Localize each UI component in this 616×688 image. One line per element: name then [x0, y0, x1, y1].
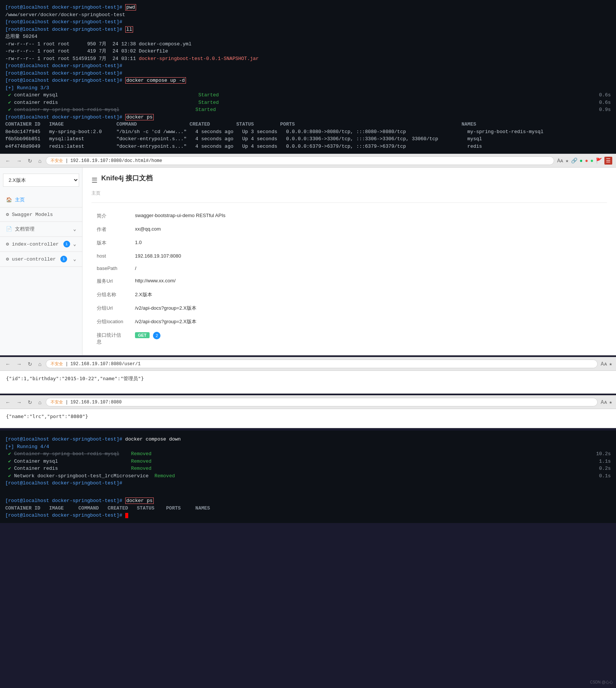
browser-icons-3: Aᴀ ★: [601, 399, 612, 405]
label-version: 版本: [92, 237, 130, 249]
models-icon: ⚙: [6, 211, 9, 217]
app-container-name: Container my-spring-boot-redis-mysql: [14, 451, 119, 457]
home-button-2[interactable]: ⌂: [37, 360, 43, 368]
browser-toolbar-3: ← → ↻ ⌂ 不安全 | 192.168.19.107:8080 Aᴀ ★: [0, 396, 616, 409]
prompt-7: [root@localhost docker-springboot-test]#: [5, 114, 125, 120]
info-row-serviceurl: 服务Url http://www.xx.com/: [92, 275, 606, 288]
output-total: 总用量 50264: [5, 33, 611, 40]
container-mysql-removed: ✔ Container mysql Removed1.1s: [5, 458, 611, 465]
translate-icon-2[interactable]: Aᴀ: [601, 361, 607, 367]
alert-icon[interactable]: 🚩: [596, 157, 602, 164]
value-serviceurl: http://www.xx.com/: [130, 275, 606, 288]
menu-toggle-icon[interactable]: ☰: [91, 176, 97, 184]
time-redis: 0.6s: [599, 99, 611, 106]
swagger-title: Knife4j 接口文档: [101, 174, 153, 183]
share-icon[interactable]: 🔗: [571, 157, 577, 164]
info-row-stats: 接口统计信息 GET 2: [92, 329, 606, 348]
forward-button-3[interactable]: →: [15, 399, 23, 406]
sidebar-item-index[interactable]: ⚙ index-controller 1 ⌄: [0, 237, 82, 252]
removed-app: Removed: [131, 451, 152, 457]
wechat-icon[interactable]: ●: [580, 158, 583, 164]
url-display-1: 192.168.19.107:8080/doc.html#/home: [70, 158, 162, 163]
started-redis: Started: [198, 100, 219, 105]
index-arrow: ⌄: [73, 241, 76, 247]
browser-toolbar-1: ← → ↻ ⌂ 不安全 | 192.168.19.107:8080/doc.ht…: [0, 154, 616, 168]
back-button-3[interactable]: ←: [4, 399, 12, 406]
home-button-3[interactable]: ⌂: [37, 399, 43, 406]
browser-toolbar-2: ← → ↻ ⌂ 不安全 | 192.168.19.107:8080/user/1…: [0, 357, 616, 371]
translate-icon[interactable]: Aᴀ: [557, 157, 563, 164]
forward-button[interactable]: →: [15, 157, 23, 165]
sidebar-item-models[interactable]: ⚙ Swagger Models: [0, 208, 82, 222]
value-grouplocation: /v2/api-docs?group=2.X版本: [130, 315, 606, 328]
browser-icons-2: Aᴀ ★: [601, 361, 612, 367]
swagger-sidebar: 2.X版本 🏠 主页 ⚙ Swagger Models 📄 文档管理: [0, 168, 82, 355]
running-label-down: [+] Running 4/4: [5, 444, 49, 450]
sidebar-item-docs[interactable]: 📄 文档管理 ⌄: [0, 222, 82, 237]
url-display-3: 192.168.19.107:8080: [70, 400, 122, 405]
time-removed-mysql: 1.1s: [599, 458, 611, 465]
value-stats: GET 2: [130, 329, 606, 348]
version-select[interactable]: 2.X版本: [3, 174, 79, 187]
user-label: user-controller: [12, 256, 56, 262]
file-1: -rw-r--r-- 1 root root 950 7月 24 12:38 d…: [5, 40, 611, 48]
value-host: 192.168.19.107:8080: [130, 250, 606, 262]
url-divider-3: |: [65, 400, 68, 405]
docs-arrow: ⌄: [73, 226, 76, 232]
label-grouplocation: 分组location: [92, 315, 130, 328]
back-button[interactable]: ←: [4, 157, 12, 165]
user-json: {"id":1,"birthday":"2015-10-22","name":"…: [6, 376, 144, 381]
swagger-main-content: ☰ Knife4j 接口文档 主页 简介 swagger-bootstrap-u…: [82, 168, 616, 355]
favorite-icon[interactable]: ★: [565, 157, 568, 164]
prompt-4: [root@localhost docker-springboot-test]#: [5, 63, 122, 69]
url-display-2: 192.168.19.107:8080/user/1: [70, 361, 141, 367]
label-basepath: basePath: [92, 262, 130, 274]
terminal-last-prompt: [root@localhost docker-springboot-test]#: [5, 512, 611, 519]
sidebar-section-home: 🏠 主页: [0, 193, 82, 208]
prompt: [root@localhost docker-springboot-test]#: [5, 4, 125, 10]
time-app: 0.9s: [599, 106, 611, 114]
prompt-5: [root@localhost docker-springboot-test]#: [5, 70, 122, 76]
get-badge: GET: [135, 332, 150, 338]
index-badge: 1: [63, 241, 70, 247]
address-bar-1[interactable]: 不安全 | 192.168.19.107:8080/doc.html#/home: [46, 156, 554, 165]
sidebar-item-home[interactable]: 🏠 主页: [0, 193, 82, 207]
running-status-down: [+] Running 4/4: [5, 443, 611, 451]
user-badge: 1: [60, 256, 67, 262]
refresh-button-3[interactable]: ↻: [26, 399, 34, 406]
sidebar-item-user[interactable]: ⚙ user-controller 1 ⌄: [0, 252, 82, 267]
sidebar-section-docs: 📄 文档管理 ⌄: [0, 222, 82, 237]
info-row-version: 版本 1.0: [92, 237, 606, 249]
address-bar-3[interactable]: 不安全 | 192.168.19.107:8080: [46, 398, 598, 406]
terminal-down-cmd: [root@localhost docker-springboot-test]#…: [5, 436, 611, 443]
label-author: 作者: [92, 223, 130, 236]
translate-icon-3[interactable]: Aᴀ: [601, 399, 607, 405]
removed-redis: Removed: [131, 466, 152, 471]
refresh-button[interactable]: ↻: [26, 157, 34, 165]
terminal-line-3: [root@localhost docker-springboot-test]#…: [5, 26, 611, 33]
docker-ps-row-1: 8e4dc147f945 my-spring-boot:2.0 "/bin/sh…: [5, 128, 611, 136]
prompt-last: [root@localhost docker-springboot-test]#: [5, 513, 125, 518]
label-groupname: 分组名称: [92, 288, 130, 301]
forward-button-2[interactable]: →: [15, 360, 23, 368]
security-warning-2: 不安全: [51, 361, 63, 367]
refresh-button-2[interactable]: ↻: [26, 360, 34, 368]
label-groupurl: 分组Url: [92, 302, 130, 315]
time-removed-network: 0.1s: [599, 472, 611, 480]
home-button[interactable]: ⌂: [37, 157, 43, 165]
models-label: Swagger Models: [12, 212, 53, 217]
favorite-icon-2[interactable]: ★: [609, 361, 612, 367]
back-button-2[interactable]: ←: [4, 360, 12, 368]
info-row-intro: 简介 swagger-bootstrap-ui-demo RESTful API…: [92, 210, 606, 222]
user-arrow: ⌄: [73, 256, 76, 262]
cmd-docker-compose-up: docker compose up -d: [125, 77, 186, 84]
address-bar-2[interactable]: 不安全 | 192.168.19.107:8080/user/1: [46, 360, 598, 368]
terminal-line-7: [root@localhost docker-springboot-test]#…: [5, 114, 611, 121]
terminal-line-1: [root@localhost docker-springboot-test]#…: [5, 4, 611, 11]
removed-mysql: Removed: [131, 459, 152, 464]
stop-icon[interactable]: ●: [585, 158, 588, 164]
menu-icon[interactable]: ☰: [604, 157, 612, 165]
browser-window-2: ← → ↻ ⌂ 不安全 | 192.168.19.107:8080/user/1…: [0, 357, 616, 394]
favorite-icon-3[interactable]: ★: [609, 399, 612, 405]
whatsapp-icon[interactable]: ●: [591, 158, 594, 164]
